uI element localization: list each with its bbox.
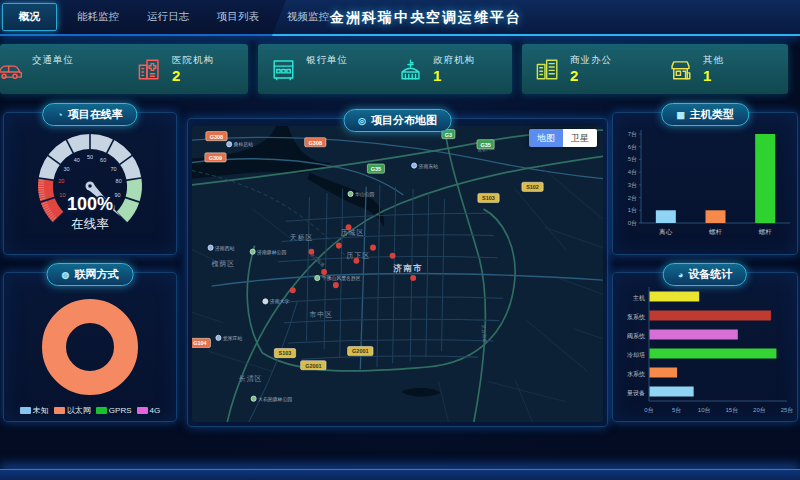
svg-text:25台: 25台 — [781, 407, 794, 414]
bank-icon — [270, 56, 297, 83]
car-icon — [0, 56, 23, 83]
svg-text:济南西站: 济南西站 — [215, 245, 235, 252]
svg-text:螺杆: 螺杆 — [709, 228, 723, 235]
svg-text:0台: 0台 — [628, 220, 637, 227]
stat-label: 政府机构 — [433, 54, 475, 67]
svg-text:历城区: 历城区 — [341, 229, 364, 237]
satellite-button[interactable]: 卫星 — [563, 129, 597, 147]
legend-label: GPRS — [109, 406, 132, 415]
legend-swatch — [137, 407, 148, 414]
svg-text:40: 40 — [74, 157, 80, 163]
stat-label: 商业办公 — [570, 54, 612, 67]
tab-run-log[interactable]: 运行日志 — [133, 10, 203, 24]
svg-text:S103: S103 — [482, 195, 495, 201]
svg-text:济南东站: 济南东站 — [419, 162, 439, 169]
svg-text:华山公园: 华山公园 — [355, 191, 375, 198]
svg-text:G308: G308 — [210, 133, 223, 139]
svg-text:15台: 15台 — [725, 407, 738, 414]
svg-text:20: 20 — [58, 178, 64, 184]
host-type-chart: 0台1台2台3台4台5台6台7台离心螺杆螺杆 — [613, 122, 797, 252]
shop-icon — [667, 56, 694, 83]
legend-label: 未知 — [33, 405, 49, 416]
grid-icon: ▦ — [676, 110, 685, 120]
stat-bank: 银行单位 — [258, 44, 385, 94]
stat-value: 2 — [570, 68, 612, 84]
network-donut — [4, 291, 176, 403]
bottom-bezel — [0, 469, 800, 480]
stat-card-office-other: 商业办公 2 其他 1 — [522, 44, 788, 94]
tab-project-list[interactable]: 项目列表 — [203, 10, 273, 24]
svg-text:S103: S103 — [279, 350, 292, 356]
panel-title: 主机类型 — [690, 107, 734, 122]
top-nav-bar: 概况 能耗监控 运行日志 项目列表 视频监控 金洲科瑞中央空调运维平台 — [0, 0, 800, 36]
svg-text:G308: G308 — [309, 140, 322, 146]
stat-label: 其他 — [703, 54, 724, 67]
stat-hospital: 医院机构 2 — [124, 44, 248, 94]
device-stats-panel: ◕ 设备统计 0台5台10台15台20台25台主机泵系统阀系统冷却塔水系统量设备 — [612, 272, 798, 422]
svg-text:G2001: G2001 — [305, 363, 321, 369]
stat-value: 1 — [703, 68, 724, 84]
svg-text:大石崮森林公园: 大石崮森林公园 — [258, 396, 292, 403]
online-rate-panel: ◔ 项目在线率 0102030405060708090100100%在线率 — [3, 112, 177, 255]
legend-item: GPRS — [96, 406, 132, 415]
svg-text:60: 60 — [100, 157, 106, 163]
map-container[interactable]: 青银高速京台高速济广高速G308G308G309G104G3G35G35S102… — [192, 126, 603, 422]
network-panel-header: ◍ 联网方式 — [47, 263, 134, 286]
stat-other: 其他 1 — [655, 44, 788, 94]
tab-overview[interactable]: 概况 — [2, 3, 57, 31]
svg-text:槐荫区: 槐荫区 — [212, 260, 235, 268]
svg-text:100%: 100% — [67, 194, 113, 214]
network-icon: ◍ — [62, 270, 70, 280]
device-stats-chart: 0台5台10台15台20台25台主机泵系统阀系统冷却塔水系统量设备 — [613, 279, 797, 419]
svg-text:50: 50 — [87, 154, 93, 160]
svg-text:G3: G3 — [445, 131, 452, 137]
svg-text:0台: 0台 — [644, 407, 653, 414]
svg-text:3台: 3台 — [628, 182, 637, 189]
stat-value: 2 — [172, 68, 214, 84]
svg-text:90: 90 — [115, 192, 121, 198]
hospital-icon — [136, 56, 163, 83]
legend-label: 以太网 — [67, 405, 91, 416]
map-button[interactable]: 地图 — [529, 129, 563, 147]
svg-text:在线率: 在线率 — [71, 217, 109, 231]
svg-text:70: 70 — [110, 166, 116, 172]
legend-swatch — [96, 407, 107, 414]
svg-text:千佛山风景名胜区: 千佛山风景名胜区 — [322, 275, 361, 281]
host-type-panel-header: ▦ 主机类型 — [661, 103, 749, 126]
legend-swatch — [54, 407, 65, 414]
map-canvas[interactable]: 青银高速京台高速济广高速G308G308G309G104G3G35G35S102… — [192, 126, 603, 422]
stat-office: 商业办公 2 — [522, 44, 655, 94]
svg-text:螺杆: 螺杆 — [759, 228, 773, 235]
online-rate-gauge: 0102030405060708090100100%在线率 — [4, 122, 176, 252]
page-title: 金洲科瑞中央空调运维平台 — [330, 9, 522, 27]
panel-title: 项目在线率 — [68, 107, 123, 122]
svg-text:水系统: 水系统 — [627, 370, 646, 378]
government-icon — [397, 56, 424, 83]
svg-text:30: 30 — [63, 166, 69, 172]
svg-text:G309: G309 — [209, 155, 222, 161]
svg-text:10台: 10台 — [698, 407, 711, 414]
stat-card-bank-government: 银行单位 政府机构 1 — [258, 44, 512, 94]
svg-text:市中区: 市中区 — [309, 309, 332, 317]
svg-text:6台: 6台 — [628, 144, 637, 151]
svg-text:天桥区: 天桥区 — [290, 233, 313, 240]
svg-text:4台: 4台 — [628, 169, 637, 176]
svg-text:2台: 2台 — [628, 195, 637, 202]
svg-text:5台: 5台 — [672, 407, 681, 414]
svg-text:G104: G104 — [193, 340, 207, 346]
online-rate-panel-header: ◔ 项目在线率 — [42, 103, 137, 126]
stat-value — [306, 68, 348, 84]
stat-transport: 交通单位 — [0, 44, 124, 94]
tab-energy-monitor[interactable]: 能耗监控 — [63, 10, 133, 24]
svg-text:G2001: G2001 — [352, 348, 368, 354]
map-panel-header: ◎ 项目分布地图 — [343, 109, 452, 132]
svg-text:泵系统: 泵系统 — [627, 313, 646, 321]
legend-item: 以太网 — [54, 405, 91, 416]
stat-value: 1 — [433, 68, 475, 84]
svg-text:离心: 离心 — [658, 228, 673, 235]
svg-text:80: 80 — [116, 178, 122, 184]
svg-text:G35: G35 — [480, 142, 490, 148]
svg-text:1台: 1台 — [628, 207, 637, 214]
svg-text:7台: 7台 — [628, 131, 637, 138]
svg-text:量设备: 量设备 — [627, 389, 645, 397]
